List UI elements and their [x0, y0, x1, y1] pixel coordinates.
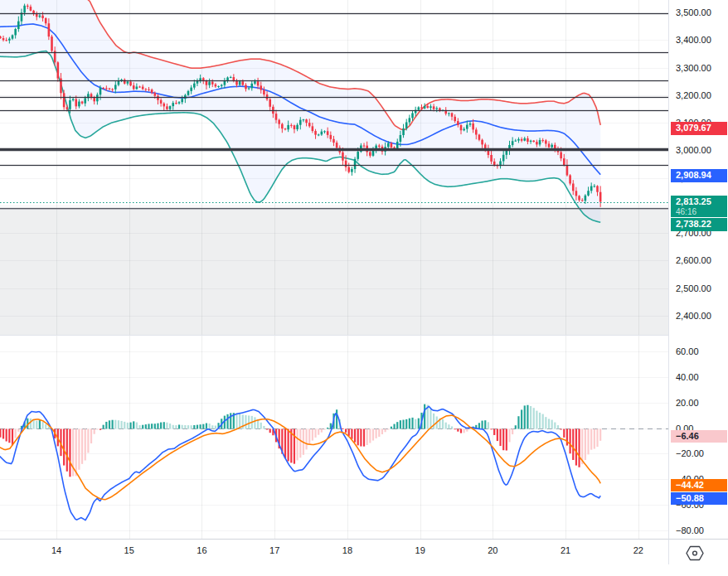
price-tick-label: 2,600.00: [676, 254, 711, 266]
time-label-20: 20: [488, 545, 497, 555]
price-tick-label: 2,400.00: [676, 310, 711, 322]
time-label-14: 14: [51, 545, 61, 555]
last-price-badge: 2,813.25 46:16: [671, 196, 727, 217]
macd-signal-value-badge: −44.42: [671, 479, 727, 491]
price-tick-label: 3,000.00: [676, 144, 711, 156]
chart-window: 3,079.67 2,908.94 2,813.25 46:16 2,738.2…: [0, 0, 728, 576]
time-label-17: 17: [269, 545, 279, 555]
price-tick-label: 2,500.00: [676, 283, 711, 294]
bb-basis-price-badge: 2,908.94: [671, 169, 727, 182]
indicator-tick-label: 60.00: [676, 346, 699, 357]
price-tick-label: 3,400.00: [676, 34, 711, 46]
price-axis[interactable]: 3,079.67 2,908.94 2,813.25 46:16 2,738.2…: [668, 0, 728, 539]
indicator-tick-label: −80.00: [676, 525, 704, 536]
time-label-15: 15: [124, 545, 134, 555]
hexagon-target-icon: [686, 545, 704, 561]
indicator-tick-label: −20.00: [676, 448, 704, 459]
time-label-16: 16: [197, 545, 206, 555]
time-label-19: 19: [415, 545, 425, 555]
bb-lower-price-badge: 2,738.22: [671, 218, 727, 231]
bottom-strip: [0, 564, 728, 576]
indicator-tick-label: 40.00: [676, 371, 699, 383]
indicator-tick-label: 20.00: [676, 397, 699, 409]
time-label-21: 21: [561, 545, 570, 555]
bar-countdown: 46:16: [676, 207, 727, 216]
time-label-22: 22: [633, 545, 643, 555]
bb-upper-price-badge: 3,079.67: [671, 122, 727, 135]
macd-line-value-badge: −50.88: [671, 492, 727, 505]
price-tick-label: 3,200.00: [676, 90, 711, 101]
price-tick-label: 3,500.00: [676, 7, 711, 18]
time-axis[interactable]: 141516171819202122: [0, 539, 668, 565]
price-tick-label: 3,300.00: [676, 62, 711, 74]
axis-settings-button[interactable]: [684, 543, 706, 563]
time-label-18: 18: [342, 545, 352, 555]
macd-histogram-value-badge: −6.46: [671, 430, 727, 443]
chart-canvas[interactable]: [0, 0, 668, 539]
